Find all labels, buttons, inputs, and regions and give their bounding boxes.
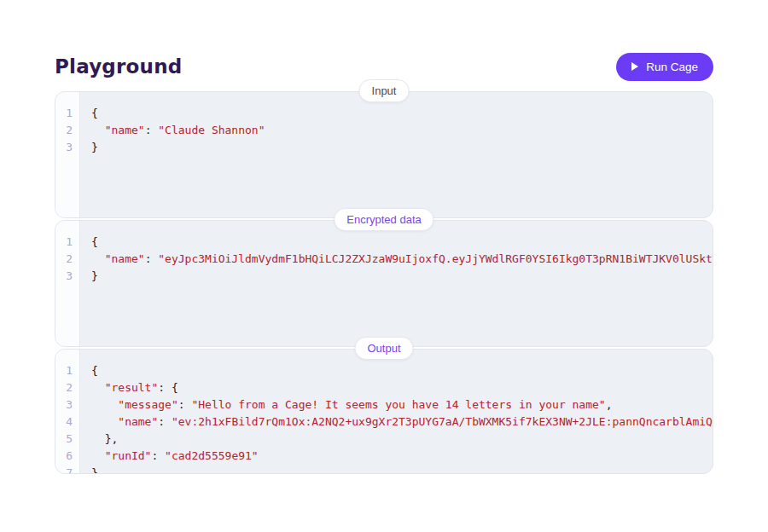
output-panel-label: Output: [354, 337, 413, 360]
encrypted-data-panel-label: Encrypted data: [334, 208, 433, 231]
encrypted-line-numbers: 123: [55, 221, 80, 346]
run-cage-button-label: Run Cage: [646, 61, 698, 73]
code-line: {: [91, 234, 713, 251]
encrypted-code-content: { "name": "eyJpc3MiOiJldmVydmF1bHQiLCJ2Z…: [80, 221, 713, 346]
line-number: 1: [55, 105, 73, 122]
line-number: 3: [55, 139, 73, 156]
code-line: }: [91, 139, 713, 156]
code-line: "name": "Claude Shannon": [91, 122, 713, 139]
header: Playground Run Cage: [55, 51, 713, 82]
output-code-editor[interactable]: 1234567 { "result": { "message": "Hello …: [55, 349, 713, 474]
code-line: }: [91, 268, 713, 285]
line-number: 2: [55, 122, 73, 139]
input-line-numbers: 123: [55, 92, 80, 217]
play-icon: [631, 62, 638, 71]
code-line: "name": "ev:2h1xFBild7rQm1Ox:A2NQ2+ux9gX…: [91, 413, 713, 431]
line-number: 4: [55, 413, 73, 431]
code-line: "runId": "cad2d5559e91": [91, 448, 713, 465]
code-line: "name": "eyJpc3MiOiJldmVydmF1bHQiLCJ2ZXJ…: [91, 251, 713, 268]
line-number: 7: [55, 465, 73, 474]
output-panel: Output 1234567 { "result": { "message": …: [55, 349, 713, 474]
page-title: Playground: [55, 55, 182, 78]
line-number: 5: [55, 431, 73, 448]
output-code-content: { "result": { "message": "Hello from a C…: [80, 350, 713, 473]
line-number: 3: [55, 396, 73, 413]
code-line: {: [91, 105, 713, 122]
run-cage-button[interactable]: Run Cage: [616, 53, 713, 81]
input-panel-label: Input: [359, 79, 410, 102]
code-line: }: [91, 465, 713, 473]
input-code-editor[interactable]: 123 { "name": "Claude Shannon"}: [55, 91, 713, 218]
input-panel: Input 123 { "name": "Claude Shannon"}: [55, 91, 713, 218]
line-number: 6: [55, 448, 73, 465]
line-number: 1: [55, 234, 73, 251]
input-panel-label-text: Input: [372, 84, 397, 97]
line-number: 2: [55, 379, 73, 396]
encrypted-data-panel: Encrypted data 123 { "name": "eyJpc3MiOi…: [55, 220, 713, 347]
code-line: "result": {: [91, 379, 713, 396]
input-code-content[interactable]: { "name": "Claude Shannon"}: [80, 92, 713, 217]
encrypted-data-panel-label-text: Encrypted data: [346, 213, 421, 226]
code-line: },: [91, 431, 713, 448]
code-line: "message": "Hello from a Cage! It seems …: [91, 396, 713, 413]
output-panel-label-text: Output: [367, 342, 400, 355]
code-panels: Input 123 { "name": "Claude Shannon"} En…: [55, 91, 713, 474]
line-number: 1: [55, 362, 73, 379]
encrypted-code-editor[interactable]: 123 { "name": "eyJpc3MiOiJldmVydmF1bHQiL…: [55, 220, 713, 347]
code-line: {: [91, 362, 713, 379]
line-number: 2: [55, 251, 73, 268]
output-line-numbers: 1234567: [55, 350, 80, 473]
line-number: 3: [55, 268, 73, 285]
